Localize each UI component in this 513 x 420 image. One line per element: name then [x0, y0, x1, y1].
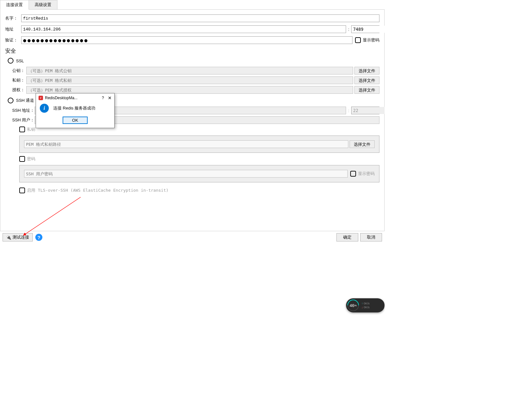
- tls-over-ssh-label: 启用 TLS-over-SSH (AWS ElastiCache Encrypt…: [27, 188, 169, 193]
- address-port-colon: :: [348, 27, 349, 32]
- name-label: 名字：: [5, 15, 21, 21]
- ssh-show-password-label: 显示密码: [358, 171, 375, 177]
- port-input[interactable]: [352, 26, 385, 33]
- address-label: 地址: [5, 26, 21, 32]
- net-up: 0K/s: [361, 302, 370, 305]
- show-password-label: 显示密码: [363, 37, 379, 43]
- name-input[interactable]: [21, 14, 379, 22]
- privkey-input: [26, 76, 353, 84]
- authkey-choose-file-button[interactable]: 选择文件: [354, 86, 379, 94]
- net-down: 0K/s: [361, 305, 370, 309]
- cancel-button[interactable]: 取消: [360, 233, 382, 241]
- content-panel: 名字： 地址 : ▲ ▼ 验证： 显示密码 安全 SSL 公钥： 选择文件: [0, 10, 385, 231]
- app-icon: r: [39, 96, 43, 100]
- test-connection-label: 测试连接: [13, 234, 29, 240]
- security-title: 安全: [5, 47, 379, 55]
- tab-connection[interactable]: 连接设置: [0, 0, 29, 10]
- tabs-bar: 连接设置 高级设置: [0, 0, 385, 10]
- message-dialog: r RedisDesktopMa... ? ✕ i 连接 Redis 服务器成功…: [36, 93, 115, 128]
- authkey-label: 授权：: [12, 87, 26, 93]
- dialog-message: 连接 Redis 服务器成功: [53, 105, 95, 111]
- ssh-label: SSH 通道: [16, 98, 34, 103]
- tls-over-ssh-checkbox[interactable]: [19, 188, 25, 193]
- ssl-label: SSL: [16, 58, 24, 63]
- ssh-password-checkbox[interactable]: [19, 156, 25, 162]
- pubkey-choose-file-button[interactable]: 选择文件: [354, 67, 379, 74]
- ssh-port-input: [352, 107, 385, 114]
- info-icon: i: [40, 104, 49, 113]
- ssh-password-input: [24, 170, 348, 178]
- ssh-privkey-path-input: [24, 140, 348, 148]
- dialog-help-icon[interactable]: ?: [102, 96, 104, 100]
- ssh-password-label: 密码: [27, 156, 35, 162]
- ssh-privkey-choose-file-button[interactable]: 选择文件: [350, 140, 375, 148]
- ssh-privkey-block: 选择文件: [19, 136, 379, 153]
- privkey-label: 私钥：: [12, 77, 26, 83]
- ssl-radio[interactable]: [8, 58, 13, 64]
- test-connection-button[interactable]: 🔌 测试连接: [3, 233, 33, 241]
- ssh-password-block: 显示密码: [19, 165, 379, 182]
- pubkey-label: 公钥：: [12, 68, 26, 74]
- ssh-port-colon: :: [348, 108, 349, 113]
- dialog-title: RedisDesktopMa...: [45, 96, 98, 100]
- ssh-privkey-checkbox[interactable]: [19, 127, 25, 132]
- tab-advanced[interactable]: 高级设置: [29, 0, 57, 9]
- svg-line-0: [25, 197, 81, 234]
- footer-bar: 🔌 测试连接 ? 确定 取消: [0, 231, 385, 243]
- ssh-privkey-label: 私钥: [27, 127, 35, 132]
- address-input[interactable]: [21, 25, 346, 33]
- ssh-user-label: SSH 用户：: [12, 117, 35, 123]
- dialog-close-icon[interactable]: ✕: [108, 95, 112, 101]
- system-monitor-widget[interactable]: 46% 0K/s 0K/s: [346, 298, 385, 312]
- privkey-choose-file-button[interactable]: 选择文件: [354, 76, 379, 84]
- plug-icon: 🔌: [6, 235, 11, 240]
- show-password-checkbox[interactable]: [355, 37, 361, 43]
- authkey-input: [26, 86, 353, 94]
- dialog-ok-button[interactable]: OK: [63, 117, 88, 124]
- help-icon[interactable]: ?: [35, 234, 42, 241]
- ssh-radio[interactable]: [8, 98, 13, 103]
- auth-input[interactable]: [21, 36, 352, 44]
- ok-button[interactable]: 确定: [336, 233, 358, 241]
- pubkey-input: [26, 67, 353, 74]
- cpu-gauge: 46%: [347, 300, 359, 311]
- auth-label: 验证：: [5, 37, 21, 43]
- ssh-address-label: SSH 地址：: [12, 108, 35, 113]
- ssh-show-password-checkbox[interactable]: [350, 171, 356, 177]
